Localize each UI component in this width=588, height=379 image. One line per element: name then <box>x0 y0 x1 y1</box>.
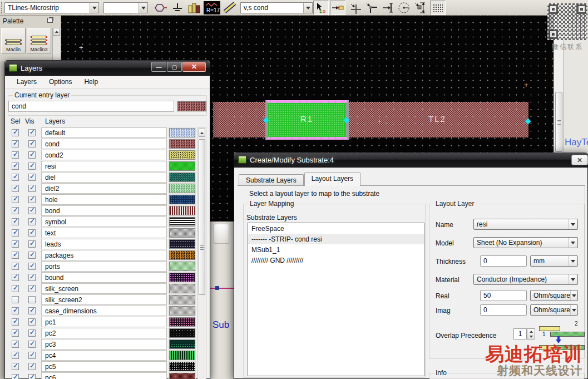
layer-name[interactable]: resi <box>41 161 167 171</box>
layer-name[interactable]: bound <box>41 272 167 283</box>
select-checkbox[interactable] <box>12 296 19 303</box>
microstrip-trace[interactable] <box>213 102 528 137</box>
select-checkbox[interactable] <box>12 196 19 203</box>
layer-pattern-swatch[interactable] <box>169 284 195 293</box>
layer-pattern-swatch[interactable] <box>169 128 195 137</box>
layer-name[interactable]: text <box>41 228 167 238</box>
imag-input[interactable]: 0 <box>480 304 527 316</box>
menu-layers[interactable]: Layers <box>11 78 43 86</box>
layer-pattern-swatch[interactable] <box>169 339 195 349</box>
scrollbar-thumb[interactable] <box>555 92 562 152</box>
visible-checkbox[interactable] <box>28 296 36 303</box>
model-combo[interactable]: Sheet (No Expansion) <box>473 237 578 248</box>
visible-checkbox[interactable] <box>28 196 36 203</box>
close-button[interactable]: ✕ <box>182 62 206 72</box>
layer-name[interactable]: ports <box>41 261 167 272</box>
select-checkbox[interactable] <box>12 318 19 326</box>
layers-titlebar[interactable]: Layers — ▢ ✕ <box>5 61 210 76</box>
visible-checkbox[interactable] <box>28 285 36 292</box>
toolbar-grip[interactable] <box>1 2 3 13</box>
library-browser-icon[interactable] <box>186 1 202 15</box>
select-checkbox[interactable] <box>12 151 19 159</box>
select-checkbox[interactable] <box>12 263 19 270</box>
layers-scrollbar[interactable] <box>197 127 206 379</box>
layer-pattern-swatch[interactable] <box>169 351 195 360</box>
overlap-spinner[interactable] <box>527 328 535 339</box>
layer-pattern-swatch[interactable] <box>169 328 195 338</box>
minimize-button[interactable]: — <box>151 62 166 72</box>
component-combo[interactable] <box>103 2 148 13</box>
layer-pattern-swatch[interactable] <box>169 295 195 304</box>
select-checkbox[interactable] <box>12 363 19 370</box>
snap-to-vertex-button[interactable] <box>364 1 379 15</box>
visible-checkbox[interactable] <box>28 174 36 181</box>
menu-options[interactable]: Options <box>43 78 78 86</box>
visible-checkbox[interactable] <box>28 274 36 281</box>
select-checkbox[interactable] <box>12 140 19 147</box>
layer-name[interactable]: default <box>41 127 167 138</box>
select-checkbox[interactable] <box>12 352 19 359</box>
visible-checkbox[interactable] <box>28 352 36 359</box>
layer-pattern-swatch[interactable] <box>169 217 195 227</box>
select-checkbox[interactable] <box>12 274 19 281</box>
thickness-unit-combo[interactable]: mm <box>530 255 578 267</box>
select-checkbox[interactable] <box>12 285 19 292</box>
substrate-layer-item[interactable]: FreeSpace <box>248 223 424 234</box>
visible-checkbox[interactable] <box>28 307 36 314</box>
layer-pattern-swatch[interactable] <box>169 184 195 193</box>
visible-checkbox[interactable] <box>28 240 36 248</box>
material-combo[interactable]: Conductor (Impedance) <box>473 274 578 285</box>
select-checkbox[interactable] <box>12 307 19 314</box>
ground-icon[interactable] <box>169 1 186 15</box>
select-checkbox[interactable] <box>12 252 19 259</box>
layer-name[interactable]: cond2 <box>41 150 167 160</box>
layer-pattern-swatch[interactable] <box>169 273 195 282</box>
select-checkbox[interactable] <box>12 207 19 214</box>
layer-name[interactable]: pc2 <box>41 328 167 338</box>
menu-help[interactable]: Help <box>78 78 104 86</box>
visible-checkbox[interactable] <box>28 129 36 136</box>
real-input[interactable]: 50 <box>480 290 527 301</box>
layer-name[interactable]: pc6 <box>41 372 167 379</box>
layer-name[interactable]: silk_screen <box>41 283 167 294</box>
snap-to-arc-center-button[interactable] <box>397 1 411 15</box>
select-checkbox[interactable] <box>12 218 19 225</box>
layer-pattern-swatch[interactable] <box>169 173 195 182</box>
snap-to-intersection-button[interactable] <box>349 1 363 15</box>
chevron-down-icon[interactable] <box>90 3 98 13</box>
palette-item-maclin[interactable]: Maclin <box>1 28 26 53</box>
layer-name[interactable]: bond <box>41 205 167 216</box>
layer-pattern-swatch[interactable] <box>169 239 195 249</box>
visible-checkbox[interactable] <box>28 218 36 225</box>
layer-name[interactable]: hole <box>41 194 167 205</box>
visible-checkbox[interactable] <box>28 318 36 326</box>
component-library-combo[interactable]: TLines-Microstrip <box>4 2 99 13</box>
current-entry-swatch[interactable] <box>177 101 206 111</box>
layer-pattern-swatch[interactable] <box>169 195 195 204</box>
substrate-layer-item[interactable]: ///////// GND ///////// <box>248 255 424 265</box>
select-checkbox[interactable] <box>12 185 19 192</box>
visible-checkbox[interactable] <box>28 229 36 237</box>
current-entry-input[interactable]: cond <box>8 101 174 112</box>
tab-layout-layers[interactable]: Layout Layers <box>304 173 360 186</box>
layer-name[interactable]: cond <box>41 139 167 149</box>
insert-trace-icon[interactable] <box>221 1 238 15</box>
layer-pattern-swatch[interactable] <box>169 206 195 215</box>
visible-checkbox[interactable] <box>28 207 36 214</box>
select-checkbox[interactable] <box>12 240 19 248</box>
select-checkbox[interactable] <box>12 329 19 337</box>
visible-checkbox[interactable] <box>28 185 36 192</box>
layer-pattern-swatch[interactable] <box>169 373 195 379</box>
chevron-down-icon[interactable] <box>139 3 147 13</box>
layer-name[interactable]: packages <box>41 250 167 260</box>
substrate-layer-item[interactable]: MSub1_1 <box>248 244 424 255</box>
imag-unit-combo[interactable]: Ohm/square <box>530 304 578 316</box>
substrate-layer-item[interactable]: ------- -STRIP- cond resi <box>248 234 424 244</box>
layer-name[interactable]: pc4 <box>41 350 167 361</box>
real-unit-combo[interactable]: Ohm/square <box>530 290 578 301</box>
layer-name[interactable]: diel2 <box>41 183 167 194</box>
float-panel-icon[interactable] <box>47 18 53 23</box>
visible-checkbox[interactable] <box>28 163 36 170</box>
layer-pattern-swatch[interactable] <box>169 250 195 260</box>
layer-pattern-swatch[interactable] <box>169 317 195 327</box>
